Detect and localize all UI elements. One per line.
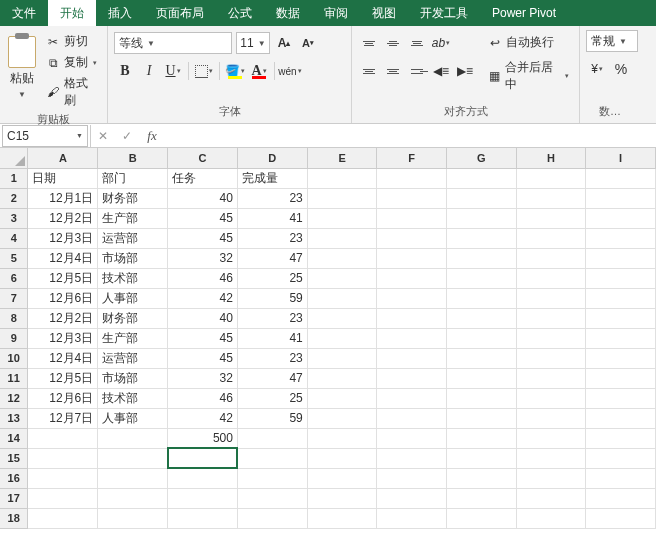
cell-I15[interactable] [586, 448, 656, 468]
cell-H12[interactable] [516, 388, 586, 408]
cell-G17[interactable] [447, 488, 517, 508]
tab-文件[interactable]: 文件 [0, 0, 48, 26]
cell-I7[interactable] [586, 288, 656, 308]
select-all-corner[interactable] [0, 148, 28, 168]
cell-A17[interactable] [28, 488, 98, 508]
cell-A6[interactable]: 12月5日 [28, 268, 98, 288]
cell-H8[interactable] [516, 308, 586, 328]
cell-F5[interactable] [377, 248, 447, 268]
tab-数据[interactable]: 数据 [264, 0, 312, 26]
cell-E16[interactable] [307, 468, 377, 488]
align-top-button[interactable] [358, 32, 380, 54]
cell-G2[interactable] [447, 188, 517, 208]
row-header-13[interactable]: 13 [0, 408, 28, 428]
cell-A9[interactable]: 12月3日 [28, 328, 98, 348]
cell-C3[interactable]: 45 [168, 208, 238, 228]
cell-H3[interactable] [516, 208, 586, 228]
cell-B17[interactable] [98, 488, 168, 508]
row-header-14[interactable]: 14 [0, 428, 28, 448]
tab-公式[interactable]: 公式 [216, 0, 264, 26]
cell-C2[interactable]: 40 [168, 188, 238, 208]
cell-G14[interactable] [447, 428, 517, 448]
percent-button[interactable]: % [610, 58, 632, 80]
cell-E2[interactable] [307, 188, 377, 208]
cell-D4[interactable]: 23 [237, 228, 307, 248]
orientation-button[interactable]: ab▾ [430, 32, 452, 54]
wrap-text-button[interactable]: ↩自动换行 [484, 32, 573, 53]
col-header-E[interactable]: E [307, 148, 377, 168]
align-bottom-button[interactable] [406, 32, 428, 54]
cell-F4[interactable] [377, 228, 447, 248]
row-header-6[interactable]: 6 [0, 268, 28, 288]
col-header-B[interactable]: B [98, 148, 168, 168]
cell-D2[interactable]: 23 [237, 188, 307, 208]
row-header-11[interactable]: 11 [0, 368, 28, 388]
cell-H1[interactable] [516, 168, 586, 188]
cell-D18[interactable] [237, 508, 307, 528]
cell-D11[interactable]: 47 [237, 368, 307, 388]
cell-C9[interactable]: 45 [168, 328, 238, 348]
cell-E7[interactable] [307, 288, 377, 308]
cell-D7[interactable]: 59 [237, 288, 307, 308]
cell-B7[interactable]: 人事部 [98, 288, 168, 308]
decrease-indent-button[interactable]: ◀≡ [430, 60, 452, 82]
tab-页面布局[interactable]: 页面布局 [144, 0, 216, 26]
cell-I8[interactable] [586, 308, 656, 328]
col-header-C[interactable]: C [168, 148, 238, 168]
cell-B5[interactable]: 市场部 [98, 248, 168, 268]
spreadsheet-grid[interactable]: ABCDEFGHI1日期部门任务完成量212月1日财务部4023312月2日生产… [0, 148, 656, 535]
cell-E4[interactable] [307, 228, 377, 248]
cell-H11[interactable] [516, 368, 586, 388]
number-format-select[interactable]: 常规▼ [586, 30, 638, 52]
cell-A1[interactable]: 日期 [28, 168, 98, 188]
cell-B13[interactable]: 人事部 [98, 408, 168, 428]
enter-formula-button[interactable]: ✓ [115, 125, 139, 147]
cell-C7[interactable]: 42 [168, 288, 238, 308]
cell-C13[interactable]: 42 [168, 408, 238, 428]
cell-G3[interactable] [447, 208, 517, 228]
cell-B2[interactable]: 财务部 [98, 188, 168, 208]
cell-H14[interactable] [516, 428, 586, 448]
align-right-button[interactable] [406, 60, 428, 82]
cell-E8[interactable] [307, 308, 377, 328]
row-header-16[interactable]: 16 [0, 468, 28, 488]
phonetic-button[interactable]: wén▾ [279, 60, 301, 82]
cell-D14[interactable] [237, 428, 307, 448]
tab-开始[interactable]: 开始 [48, 0, 96, 26]
cell-C1[interactable]: 任务 [168, 168, 238, 188]
cell-H10[interactable] [516, 348, 586, 368]
cell-E17[interactable] [307, 488, 377, 508]
cell-I10[interactable] [586, 348, 656, 368]
cell-C18[interactable] [168, 508, 238, 528]
format-painter-button[interactable]: 🖌格式刷 [44, 74, 101, 110]
cell-B12[interactable]: 技术部 [98, 388, 168, 408]
cell-I11[interactable] [586, 368, 656, 388]
cell-C11[interactable]: 32 [168, 368, 238, 388]
cell-G9[interactable] [447, 328, 517, 348]
row-header-1[interactable]: 1 [0, 168, 28, 188]
align-center-button[interactable] [382, 60, 404, 82]
cell-I6[interactable] [586, 268, 656, 288]
cell-I5[interactable] [586, 248, 656, 268]
cell-F6[interactable] [377, 268, 447, 288]
formula-input[interactable] [163, 125, 656, 147]
cell-E5[interactable] [307, 248, 377, 268]
tab-审阅[interactable]: 审阅 [312, 0, 360, 26]
row-header-3[interactable]: 3 [0, 208, 28, 228]
cell-C5[interactable]: 32 [168, 248, 238, 268]
cell-G15[interactable] [447, 448, 517, 468]
cell-E6[interactable] [307, 268, 377, 288]
cell-D8[interactable]: 23 [237, 308, 307, 328]
cell-G1[interactable] [447, 168, 517, 188]
cell-H13[interactable] [516, 408, 586, 428]
cell-G6[interactable] [447, 268, 517, 288]
col-header-D[interactable]: D [237, 148, 307, 168]
cell-H2[interactable] [516, 188, 586, 208]
cell-F11[interactable] [377, 368, 447, 388]
cell-I12[interactable] [586, 388, 656, 408]
cell-B3[interactable]: 生产部 [98, 208, 168, 228]
cell-F15[interactable] [377, 448, 447, 468]
cell-G18[interactable] [447, 508, 517, 528]
fill-color-button[interactable]: 🪣▾ [224, 60, 246, 82]
cell-F7[interactable] [377, 288, 447, 308]
